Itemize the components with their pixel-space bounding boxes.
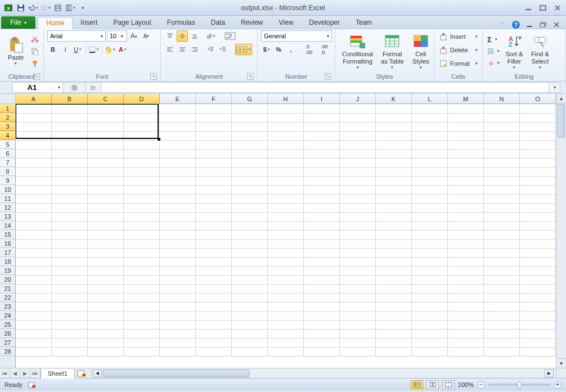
- cell[interactable]: [232, 257, 268, 266]
- cell[interactable]: [160, 140, 196, 149]
- cell[interactable]: [196, 203, 232, 212]
- cell[interactable]: [268, 176, 304, 185]
- cell[interactable]: [160, 167, 196, 176]
- cell[interactable]: [52, 275, 88, 284]
- cell[interactable]: [340, 212, 376, 221]
- cell[interactable]: [376, 158, 412, 167]
- cell[interactable]: [124, 302, 160, 311]
- cell[interactable]: [52, 347, 88, 356]
- fill-button[interactable]: ▾: [486, 46, 501, 57]
- tab-review[interactable]: Review: [233, 16, 271, 29]
- cell[interactable]: [304, 320, 340, 329]
- cell[interactable]: [52, 203, 88, 212]
- cell[interactable]: [483, 347, 519, 356]
- cell[interactable]: [124, 185, 160, 194]
- cell[interactable]: [52, 131, 88, 140]
- cell[interactable]: [519, 122, 555, 131]
- underline-button[interactable]: U: [72, 44, 83, 55]
- cell[interactable]: [160, 284, 196, 293]
- cell[interactable]: [52, 122, 88, 131]
- cell[interactable]: [304, 140, 340, 149]
- cell[interactable]: [88, 221, 124, 230]
- cell[interactable]: [376, 140, 412, 149]
- cell[interactable]: [52, 293, 88, 302]
- cell[interactable]: [196, 338, 232, 347]
- column-header[interactable]: J: [340, 94, 376, 103]
- cell[interactable]: [340, 131, 376, 140]
- cell[interactable]: [340, 104, 376, 113]
- cell[interactable]: [376, 329, 412, 338]
- column-header[interactable]: M: [448, 94, 484, 103]
- cell[interactable]: [340, 257, 376, 266]
- cell[interactable]: [340, 122, 376, 131]
- cell[interactable]: [483, 239, 519, 248]
- cell[interactable]: [160, 131, 196, 140]
- cell[interactable]: [411, 311, 447, 320]
- cell[interactable]: [447, 212, 483, 221]
- cell[interactable]: [232, 230, 268, 239]
- cell[interactable]: [16, 230, 52, 239]
- cell[interactable]: [411, 320, 447, 329]
- cell[interactable]: [16, 338, 52, 347]
- cell[interactable]: [196, 167, 232, 176]
- clear-button[interactable]: ▾: [486, 57, 501, 69]
- cell[interactable]: [483, 257, 519, 266]
- tab-view[interactable]: View: [271, 16, 302, 29]
- cell[interactable]: [196, 131, 232, 140]
- cell[interactable]: [88, 122, 124, 131]
- zoom-thumb[interactable]: [517, 381, 522, 388]
- cell[interactable]: [52, 311, 88, 320]
- cell[interactable]: [196, 176, 232, 185]
- cell[interactable]: [124, 122, 160, 131]
- cell[interactable]: [124, 311, 160, 320]
- cell[interactable]: [483, 104, 519, 113]
- cell[interactable]: [304, 266, 340, 275]
- cell[interactable]: [376, 149, 412, 158]
- cell[interactable]: [16, 185, 52, 194]
- doc-restore-icon[interactable]: [538, 21, 548, 29]
- cell[interactable]: [160, 329, 196, 338]
- cell[interactable]: [232, 284, 268, 293]
- cell[interactable]: [232, 266, 268, 275]
- cell[interactable]: [124, 140, 160, 149]
- cell[interactable]: [519, 347, 555, 356]
- cell[interactable]: [124, 266, 160, 275]
- cell[interactable]: [304, 176, 340, 185]
- cell[interactable]: [88, 248, 124, 257]
- new-sheet-button[interactable]: ✶: [75, 368, 88, 378]
- cell[interactable]: [304, 347, 340, 356]
- cell[interactable]: [88, 158, 124, 167]
- cell[interactable]: [376, 347, 412, 356]
- cell[interactable]: [232, 347, 268, 356]
- cell[interactable]: [16, 311, 52, 320]
- cell[interactable]: [52, 158, 88, 167]
- cell[interactable]: [88, 131, 124, 140]
- cell[interactable]: [376, 266, 412, 275]
- qat-customize[interactable]: ▾: [78, 3, 88, 13]
- cell[interactable]: [160, 104, 196, 113]
- row-header[interactable]: 28: [0, 347, 15, 356]
- cell[interactable]: [232, 293, 268, 302]
- format-cells-button[interactable]: Format▾: [438, 57, 479, 70]
- cell[interactable]: [16, 293, 52, 302]
- font-dialog-icon[interactable]: ⤡: [150, 73, 157, 80]
- bold-button[interactable]: B: [47, 44, 59, 55]
- cell[interactable]: [340, 140, 376, 149]
- cell[interactable]: [447, 275, 483, 284]
- cell[interactable]: [88, 212, 124, 221]
- cell[interactable]: [411, 158, 447, 167]
- cell[interactable]: [376, 338, 412, 347]
- row-header[interactable]: 25: [0, 320, 15, 329]
- cell[interactable]: [52, 194, 88, 203]
- cell[interactable]: [16, 239, 52, 248]
- fx-label[interactable]: fx: [86, 82, 101, 93]
- ribbon-minimize-icon[interactable]: ˆ: [497, 21, 507, 29]
- cell[interactable]: [519, 221, 555, 230]
- cell[interactable]: [376, 212, 412, 221]
- cell[interactable]: [447, 230, 483, 239]
- cell[interactable]: [268, 302, 304, 311]
- cell[interactable]: [376, 194, 412, 203]
- cell[interactable]: [196, 104, 232, 113]
- cell[interactable]: [483, 131, 519, 140]
- scroll-up-button[interactable]: ▲: [556, 94, 566, 103]
